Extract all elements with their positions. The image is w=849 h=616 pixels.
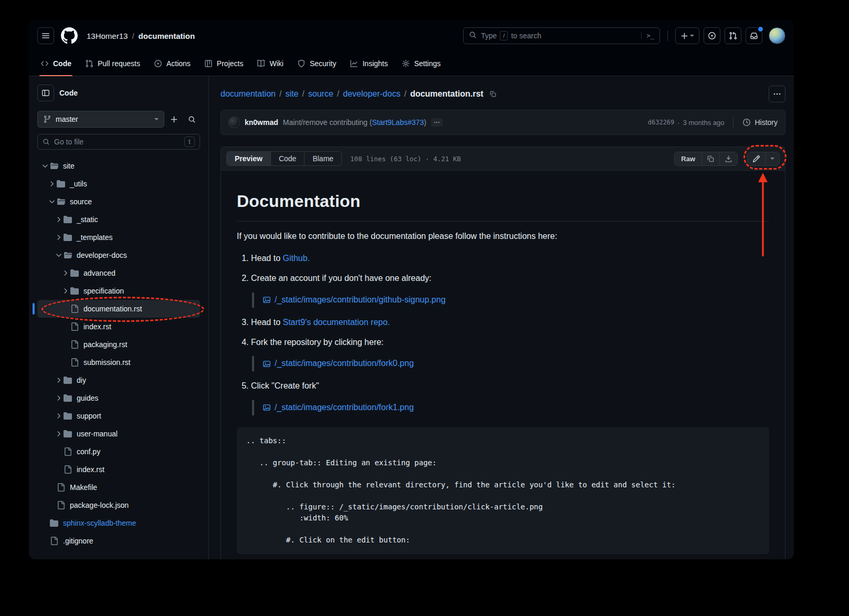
image-path-link[interactable]: /_static/images/contribution/github-sign… xyxy=(275,294,446,307)
github-logo-icon[interactable] xyxy=(60,27,78,45)
tree-item-documentation-rst[interactable]: documentation.rst xyxy=(37,300,200,318)
view-tab-blame[interactable]: Blame xyxy=(304,152,341,165)
download-icon xyxy=(725,155,732,163)
global-search-input[interactable]: Type / to search >_ xyxy=(463,27,660,44)
branch-selector[interactable]: master xyxy=(37,111,164,128)
tree-item-support[interactable]: support xyxy=(37,407,200,425)
chevron-right-icon[interactable] xyxy=(54,376,64,384)
chevron-right-icon[interactable] xyxy=(61,287,70,295)
tree-item-label: support xyxy=(77,412,101,420)
search-code-button[interactable] xyxy=(183,111,200,128)
tree-item-package-lock-json[interactable]: package-lock.json xyxy=(37,496,200,514)
tree-item-specification[interactable]: specification xyxy=(37,282,200,300)
breadcrumb-link-documentation[interactable]: documentation xyxy=(221,89,276,99)
add-file-button[interactable] xyxy=(165,111,182,128)
tree-item-templates[interactable]: _templates xyxy=(37,228,200,246)
tree-item-label: packaging.rst xyxy=(83,340,127,349)
tree-item-packaging-rst[interactable]: packaging.rst xyxy=(37,336,200,353)
tree-item-index-rst[interactable]: index.rst xyxy=(37,461,200,478)
commit-pr-link[interactable]: Start9Labs#373 xyxy=(372,118,424,127)
folder-icon xyxy=(64,233,72,242)
breadcrumb-link-developer-docs[interactable]: developer-docs xyxy=(343,89,400,99)
user-avatar[interactable] xyxy=(769,27,785,44)
commit-expand-button[interactable] xyxy=(431,118,443,127)
tree-item-submission-rst[interactable]: submission.rst xyxy=(37,353,200,371)
more-options-button[interactable] xyxy=(769,86,785,102)
nav-tab-actions[interactable]: Actions xyxy=(149,51,196,76)
raw-button[interactable]: Raw xyxy=(675,152,701,165)
history-button[interactable]: History xyxy=(742,118,778,127)
tree-item-index-rst[interactable]: index.rst xyxy=(37,318,200,336)
tree-item-source[interactable]: source xyxy=(37,193,200,211)
rendered-document: Documentation If you would like to contr… xyxy=(221,171,785,559)
file-meta: 108 lines (63 loc) · 4.21 KB xyxy=(350,155,461,163)
nav-tab-wiki[interactable]: Wiki xyxy=(251,51,288,76)
doc-step-1: Head to Github. xyxy=(251,252,769,265)
tree-item-gitignore[interactable]: .gitignore xyxy=(37,532,200,550)
nav-tab-pull-requests[interactable]: Pull requests xyxy=(80,51,145,76)
tree-item-developer-docs[interactable]: developer-docs xyxy=(37,246,200,264)
repo-nav: CodePull requestsActionsProjectsWikiSecu… xyxy=(29,51,794,76)
download-button[interactable] xyxy=(719,152,737,165)
step-link[interactable]: Start9's documentation repo. xyxy=(282,318,390,327)
copy-raw-button[interactable] xyxy=(701,152,719,165)
breadcrumb-link-site[interactable]: site xyxy=(285,89,298,99)
tree-item-sphinx-scylladb-theme[interactable]: sphinx-scylladb-theme xyxy=(37,514,200,532)
nav-tab-projects[interactable]: Projects xyxy=(199,51,249,76)
folder-icon xyxy=(70,287,79,295)
tree-item-guides[interactable]: guides xyxy=(37,389,200,407)
tree-item-conf-py[interactable]: conf.py xyxy=(37,443,200,461)
chevron-right-icon[interactable] xyxy=(54,394,64,402)
image-path-link[interactable]: /_static/images/contribution/fork1.png xyxy=(275,401,414,414)
header-owner-link[interactable]: 13Homer13 xyxy=(87,32,128,40)
nav-tab-code[interactable]: Code xyxy=(35,51,77,76)
wiki-icon xyxy=(257,59,265,68)
collapse-sidebar-button[interactable] xyxy=(37,85,54,101)
view-tab-preview[interactable]: Preview xyxy=(227,152,270,165)
tree-item-utils[interactable]: _utils xyxy=(37,175,200,193)
edit-dropdown-button[interactable] xyxy=(765,152,779,165)
command-palette-icon[interactable]: >_ xyxy=(641,32,654,39)
go-to-file-input[interactable]: Go to file t xyxy=(37,134,200,150)
chevron-right-icon[interactable] xyxy=(54,430,64,438)
image-blockquote: /_static/images/contribution/fork0.png xyxy=(252,356,769,371)
doc-title: Documentation xyxy=(237,189,769,222)
hamburger-menu-button[interactable] xyxy=(37,27,54,44)
nav-tab-settings[interactable]: Settings xyxy=(396,51,446,76)
tree-item-static[interactable]: _static xyxy=(37,211,200,228)
chevron-right-icon[interactable] xyxy=(54,233,64,242)
chevron-right-icon[interactable] xyxy=(61,269,70,277)
nav-tab-insights[interactable]: Insights xyxy=(344,51,393,76)
pull-requests-button[interactable] xyxy=(725,27,741,44)
nav-tab-label: Settings xyxy=(414,59,441,68)
tree-item-site[interactable]: site xyxy=(37,157,200,175)
commit-author-avatar[interactable] xyxy=(228,117,240,128)
create-new-button[interactable] xyxy=(675,27,699,44)
header-repo-link[interactable]: documentation xyxy=(139,32,195,40)
nav-tab-security[interactable]: Security xyxy=(292,51,342,76)
chevron-right-icon[interactable] xyxy=(47,180,57,188)
tree-item-advanced[interactable]: advanced xyxy=(37,264,200,282)
edit-button[interactable] xyxy=(748,152,765,165)
tree-item-makefile[interactable]: Makefile xyxy=(37,478,200,496)
folder-open-icon xyxy=(64,251,72,259)
tree-item-diy[interactable]: diy xyxy=(37,371,200,389)
issues-button[interactable] xyxy=(704,27,720,44)
inbox-button[interactable] xyxy=(746,27,762,44)
chevron-right-icon[interactable] xyxy=(54,215,64,224)
chevron-right-icon[interactable] xyxy=(54,412,64,420)
ellipsis-icon xyxy=(434,119,440,126)
chevron-down-icon[interactable] xyxy=(54,251,64,259)
step-link[interactable]: Github. xyxy=(282,254,310,263)
file-breadcrumb: documentation/site/source/developer-docs… xyxy=(221,89,497,99)
chevron-down-icon[interactable] xyxy=(40,162,50,170)
tree-item-user-manual[interactable]: user-manual xyxy=(37,425,200,443)
chevron-down-icon[interactable] xyxy=(47,197,57,206)
copy-path-button[interactable] xyxy=(489,90,497,98)
image-path-link[interactable]: /_static/images/contribution/fork0.png xyxy=(275,357,414,370)
view-tab-code[interactable]: Code xyxy=(270,152,304,165)
breadcrumb-link-source[interactable]: source xyxy=(308,89,333,99)
commit-author[interactable]: kn0wmad xyxy=(245,118,278,127)
commit-sha[interactable]: d632269 xyxy=(648,119,675,126)
breadcrumb-separator: / xyxy=(337,89,339,99)
